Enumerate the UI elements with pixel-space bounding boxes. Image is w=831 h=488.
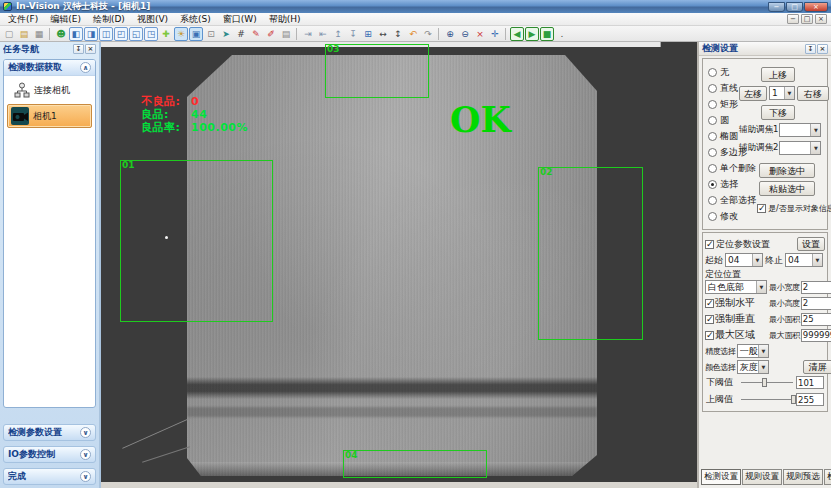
clear-screen-button[interactable]: 清屏 [803, 360, 831, 374]
download-icon[interactable]: ↧ [346, 27, 360, 41]
min-height-input[interactable]: 2 [801, 297, 831, 310]
camera-1-item[interactable]: 相机1 [7, 104, 92, 128]
focus-1-select[interactable]: ▼ [779, 123, 821, 137]
open-icon[interactable]: ▤ [17, 27, 31, 41]
paste-selected-button[interactable]: 粘贴选中 [759, 181, 815, 196]
bulb-icon[interactable]: ☀ [174, 27, 188, 41]
separator[interactable] [438, 28, 440, 40]
collapse-icon[interactable]: ∧ [80, 62, 91, 73]
upper-threshold-value[interactable]: 255 [796, 393, 824, 406]
acquisition-group-header[interactable]: 检测数据获取 ∧ [4, 60, 95, 76]
panel-tab[interactable]: 检测设置 [701, 469, 741, 485]
import-icon[interactable]: ⇥ [301, 27, 315, 41]
separator[interactable] [296, 28, 298, 40]
positioning-set-button[interactable]: 设置 [797, 237, 825, 251]
canvas-scrollbar-bottom[interactable] [101, 482, 697, 488]
brush-icon[interactable]: ✎ [249, 27, 263, 41]
menu-item[interactable]: 编辑(E) [44, 13, 87, 25]
sidebar-panel[interactable]: 检测参数设置 ∨ [3, 424, 96, 441]
menu-item[interactable]: 帮助(H) [263, 13, 307, 25]
layout-wide-icon[interactable]: ◱ [129, 27, 143, 41]
fit-height-icon[interactable]: ↕ [391, 27, 405, 41]
chevron-down-icon[interactable]: ▼ [752, 254, 762, 266]
expand-icon[interactable]: ∨ [80, 449, 91, 460]
fit-width-icon[interactable]: ↔ [376, 27, 390, 41]
expand-icon[interactable]: ∨ [80, 471, 91, 482]
pin-icon[interactable]: ↧ [805, 44, 816, 54]
next-frame-icon[interactable]: ▶ [525, 27, 539, 41]
undo-icon[interactable]: ↶ [406, 27, 420, 41]
move-right-button[interactable]: 右移 [797, 86, 829, 101]
chevron-down-icon[interactable]: ▼ [810, 124, 820, 136]
display-icon[interactable]: ⊡ [204, 27, 218, 41]
prev-frame-icon[interactable]: ◀ [510, 27, 524, 41]
stop-frame-icon[interactable]: ■ [540, 27, 554, 41]
slider-thumb[interactable] [791, 395, 796, 404]
force-vertical-checkbox[interactable]: 强制垂直 [705, 312, 769, 326]
layout-single-icon[interactable]: ◧ [69, 27, 83, 41]
zoom-in-icon[interactable]: ⊕ [443, 27, 457, 41]
expand-icon[interactable]: ∨ [80, 427, 91, 438]
layout-split-icon[interactable]: ◫ [99, 27, 113, 41]
roi-rectangle-03[interactable]: 03 [325, 44, 429, 98]
layout-grid-icon[interactable]: ◳ [144, 27, 158, 41]
force-horizontal-checkbox[interactable]: 强制水平 [705, 296, 769, 310]
chevron-down-icon[interactable]: ▼ [812, 254, 822, 266]
sidebar-panel[interactable]: 完成 ∨ [3, 468, 96, 485]
notes-icon[interactable]: ▤ [279, 27, 293, 41]
move-up-button[interactable]: 上移 [761, 67, 795, 82]
panel-tab[interactable]: 规则设置 [742, 469, 782, 485]
max-region-checkbox[interactable]: 最大区域 [705, 328, 769, 342]
chevron-down-icon[interactable]: ▼ [758, 361, 768, 373]
overflow-icon[interactable]: . [555, 27, 569, 41]
actual-size-icon[interactable]: × [473, 27, 487, 41]
export-icon[interactable]: ⇤ [316, 27, 330, 41]
lower-threshold-slider[interactable] [741, 382, 793, 383]
end-select[interactable]: 04 ▼ [785, 253, 823, 267]
precision-select[interactable]: 一般 ▼ [737, 344, 769, 358]
menu-item[interactable]: 视图(V) [131, 13, 174, 25]
chevron-down-icon[interactable]: ▼ [758, 345, 768, 357]
layout-two-icon[interactable]: ◨ [84, 27, 98, 41]
image-icon[interactable]: ▣ [189, 27, 203, 41]
tile-icon[interactable]: ⊞ [361, 27, 375, 41]
mdi-restore-button[interactable]: □ [801, 14, 813, 24]
min-area-input[interactable]: 25 [801, 313, 831, 326]
step-select[interactable]: 1 ▼ [769, 86, 795, 100]
pan-icon[interactable]: ✛ [488, 27, 502, 41]
lower-threshold-value[interactable]: 101 [796, 376, 824, 389]
max-area-input[interactable]: 999999 [801, 329, 831, 342]
redo-icon[interactable]: ↷ [421, 27, 435, 41]
color-select[interactable]: 灰度 ▼ [737, 360, 769, 374]
separator[interactable] [49, 28, 51, 40]
shape-radio-option[interactable]: 无 [708, 65, 756, 79]
min-width-input[interactable]: 2 [801, 281, 831, 294]
delete-selected-button[interactable]: 删除选中 [759, 163, 815, 178]
roi-rectangle-04[interactable]: 04 [343, 450, 487, 478]
shape-radio-option[interactable]: 单个删除 [708, 161, 756, 175]
mdi-minimize-button[interactable]: − [787, 14, 799, 24]
maximize-button[interactable]: □ [786, 2, 803, 12]
roi-rectangle-01[interactable]: 01 [120, 160, 273, 322]
start-select[interactable]: 04 ▼ [725, 253, 763, 267]
sidebar-panel[interactable]: IO参数控制 ∨ [3, 446, 96, 463]
menu-item[interactable]: 系统(S) [174, 13, 217, 25]
chevron-down-icon[interactable]: ▼ [784, 87, 794, 99]
print-icon[interactable]: ▦ [32, 27, 46, 41]
close-button[interactable]: × [804, 2, 828, 12]
new-icon[interactable]: ▢ [2, 27, 16, 41]
panel-tab[interactable]: 规则预选 [783, 469, 823, 485]
minimize-button[interactable]: − [768, 2, 785, 12]
upload-icon[interactable]: ↥ [331, 27, 345, 41]
chevron-down-icon[interactable]: ▼ [756, 281, 766, 293]
upper-threshold-slider[interactable] [741, 399, 793, 400]
grid-icon[interactable]: # [234, 27, 248, 41]
close-icon[interactable]: × [817, 44, 828, 54]
panel-tab[interactable]: 检测结果 [824, 469, 831, 485]
user-icon[interactable]: ☻ [54, 27, 68, 41]
focus-2-select[interactable]: ▼ [779, 141, 821, 155]
menu-item[interactable]: 窗口(W) [217, 13, 263, 25]
shape-radio-option[interactable]: 修改 [708, 209, 756, 223]
mdi-close-button[interactable]: × [815, 14, 827, 24]
move-down-button[interactable]: 下移 [761, 105, 795, 120]
